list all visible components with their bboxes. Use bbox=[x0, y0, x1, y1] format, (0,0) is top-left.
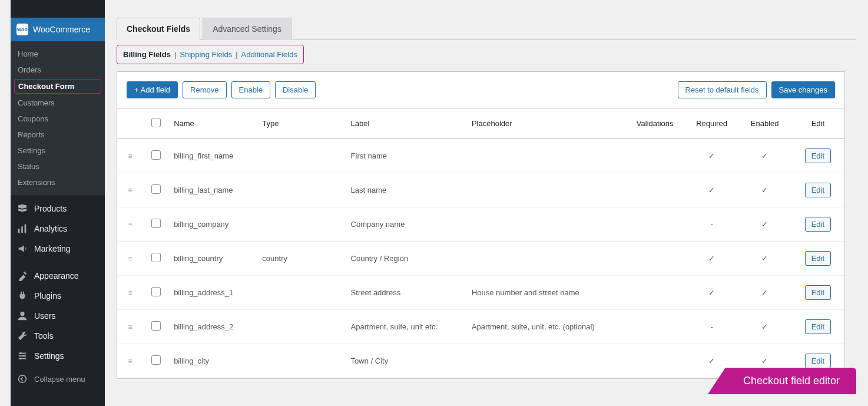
sidebar-item-woocommerce[interactable]: woo WooCommerce bbox=[11, 18, 105, 41]
sidebar-submenu-item[interactable]: Extensions bbox=[11, 174, 105, 190]
cell-name: billing_country bbox=[169, 242, 257, 276]
cell-type bbox=[257, 207, 346, 242]
cell-name: billing_first_name bbox=[169, 139, 257, 173]
cell-required: - bbox=[685, 310, 738, 344]
sidebar-submenu-item[interactable]: Orders bbox=[11, 62, 105, 78]
edit-button[interactable]: Edit bbox=[805, 251, 831, 266]
cell-validations bbox=[620, 207, 685, 242]
row-checkbox[interactable] bbox=[151, 253, 161, 262]
sidebar-menu-item[interactable]: Tools bbox=[11, 326, 105, 346]
sidebar-submenu-item[interactable]: Home bbox=[11, 46, 105, 62]
cell-name: billing_address_1 bbox=[169, 276, 257, 310]
table-row: ≡billing_last_nameLast name✓✓Edit bbox=[117, 173, 844, 207]
tools-icon bbox=[16, 331, 28, 341]
row-checkbox[interactable] bbox=[151, 219, 161, 228]
top-tab[interactable]: Advanced Settings bbox=[203, 18, 291, 40]
main-content: Checkout FieldsAdvanced Settings Billing… bbox=[105, 0, 868, 406]
cell-placeholder bbox=[467, 139, 620, 173]
cell-validations bbox=[620, 242, 685, 276]
cell-label: Last name bbox=[346, 173, 467, 207]
col-validations: Validations bbox=[620, 108, 685, 139]
cell-validations bbox=[620, 276, 685, 310]
sidebar-menu-item[interactable]: Products bbox=[11, 199, 105, 219]
admin-sidebar: woo WooCommerce HomeOrdersCheckout FormC… bbox=[11, 0, 105, 406]
edit-button[interactable]: Edit bbox=[805, 148, 831, 163]
drag-handle-icon[interactable]: ≡ bbox=[128, 255, 132, 263]
save-button[interactable]: Save changes bbox=[771, 81, 835, 98]
cell-type bbox=[257, 139, 346, 173]
cell-type: country bbox=[257, 242, 346, 276]
woocommerce-label: WooCommerce bbox=[33, 25, 90, 34]
sidebar-menu-item[interactable]: Analytics bbox=[11, 219, 105, 239]
sidebar-menu-item[interactable]: Users bbox=[11, 306, 105, 326]
edit-button[interactable]: Edit bbox=[805, 183, 831, 197]
reset-button[interactable]: Reset to default fields bbox=[678, 81, 767, 98]
cell-placeholder bbox=[467, 242, 620, 276]
row-checkbox[interactable] bbox=[151, 355, 161, 365]
sidebar-submenu-item[interactable]: Status bbox=[11, 159, 105, 174]
sidebar-menu-item[interactable]: Settings bbox=[11, 346, 105, 366]
row-checkbox[interactable] bbox=[151, 287, 161, 296]
svg-point-3 bbox=[20, 312, 24, 316]
sidebar-menu-item[interactable]: Appearance bbox=[11, 266, 105, 286]
cell-type bbox=[257, 310, 346, 344]
woocommerce-submenu: HomeOrdersCheckout FormCustomersCouponsR… bbox=[11, 41, 105, 195]
cell-required: ✓ bbox=[685, 173, 738, 207]
cell-validations bbox=[620, 310, 685, 344]
drag-handle-icon[interactable]: ≡ bbox=[128, 220, 132, 229]
top-tab[interactable]: Checkout Fields bbox=[117, 18, 200, 40]
main-menu-section-2: AppearancePluginsUsersToolsSettings bbox=[11, 262, 105, 369]
edit-button[interactable]: Edit bbox=[805, 354, 831, 368]
subtab-billing[interactable]: Billing Fields bbox=[123, 50, 171, 59]
row-checkbox[interactable] bbox=[151, 321, 161, 331]
subtab-shipping[interactable]: Shipping Fields bbox=[180, 50, 232, 59]
row-checkbox[interactable] bbox=[151, 150, 161, 160]
drag-handle-icon[interactable]: ≡ bbox=[128, 186, 132, 194]
sidebar-submenu-item[interactable]: Reports bbox=[11, 127, 105, 143]
sidebar-submenu-item[interactable]: Customers bbox=[11, 95, 105, 111]
table-row: ≡billing_address_1Street addressHouse nu… bbox=[117, 276, 844, 310]
cell-type bbox=[257, 173, 346, 207]
enable-button[interactable]: Enable bbox=[231, 81, 270, 98]
users-icon bbox=[16, 311, 28, 321]
col-required: Required bbox=[685, 108, 738, 139]
remove-button[interactable]: Remove bbox=[183, 81, 226, 98]
sidebar-menu-item[interactable]: Plugins bbox=[11, 286, 105, 306]
fields-table: Name Type Label Placeholder Validations … bbox=[117, 108, 844, 378]
col-placeholder: Placeholder bbox=[467, 108, 620, 139]
drag-handle-icon[interactable]: ≡ bbox=[128, 323, 132, 331]
collapse-label: Collapse menu bbox=[34, 375, 85, 384]
svg-rect-0 bbox=[18, 229, 20, 233]
sidebar-submenu-item[interactable]: Settings bbox=[11, 143, 105, 159]
drag-handle-icon[interactable]: ≡ bbox=[128, 357, 132, 365]
sidebar-menu-item[interactable]: Marketing bbox=[11, 239, 105, 259]
collapse-menu-button[interactable]: Collapse menu bbox=[11, 369, 105, 388]
cell-enabled: ✓ bbox=[738, 173, 791, 207]
cell-enabled: ✓ bbox=[738, 310, 791, 344]
subtab-additional[interactable]: Additional Fields bbox=[241, 50, 297, 59]
cell-name: billing_company bbox=[169, 207, 257, 242]
woocommerce-logo-icon: woo bbox=[16, 24, 28, 35]
banner-checkout-field-editor: Checkout field editor bbox=[708, 368, 856, 394]
edit-button[interactable]: Edit bbox=[805, 319, 831, 334]
disable-button[interactable]: Disable bbox=[275, 81, 316, 98]
cell-type bbox=[257, 344, 346, 378]
sidebar-submenu-item[interactable]: Coupons bbox=[11, 111, 105, 127]
col-label: Label bbox=[346, 108, 467, 139]
sidebar-submenu-item[interactable]: Checkout Form bbox=[14, 79, 101, 94]
cell-name: billing_city bbox=[169, 344, 257, 378]
drag-handle-icon[interactable]: ≡ bbox=[128, 152, 132, 160]
drag-handle-icon[interactable]: ≡ bbox=[128, 289, 132, 297]
analytics-icon bbox=[16, 223, 28, 234]
add-field-button[interactable]: + Add field bbox=[127, 81, 178, 98]
cell-name: billing_last_name bbox=[169, 173, 257, 207]
edit-button[interactable]: Edit bbox=[805, 217, 831, 232]
select-all-checkbox[interactable] bbox=[151, 118, 161, 127]
cell-required: ✓ bbox=[685, 242, 738, 276]
table-row: ≡billing_first_nameFirst name✓✓Edit bbox=[117, 139, 844, 173]
col-name: Name bbox=[169, 108, 257, 139]
cell-placeholder bbox=[467, 173, 620, 207]
row-checkbox[interactable] bbox=[151, 184, 161, 194]
edit-button[interactable]: Edit bbox=[805, 285, 831, 300]
fields-panel: + Add field Remove Enable Disable Reset … bbox=[117, 71, 845, 379]
